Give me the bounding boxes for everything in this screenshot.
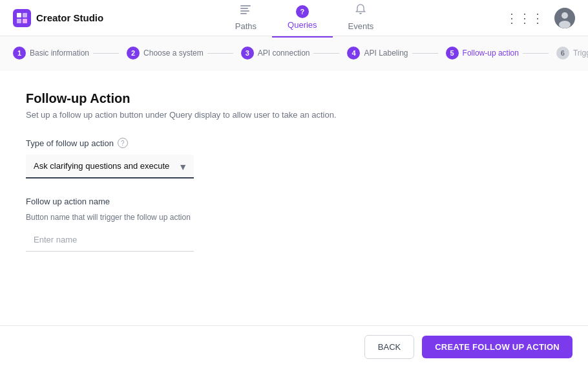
tab-queries-label: Queries bbox=[288, 20, 317, 30]
step-1: 1 Basic information bbox=[13, 47, 89, 60]
grid-icon[interactable]: ⋮⋮⋮ bbox=[505, 10, 544, 26]
logo-area: Creator Studio bbox=[13, 9, 103, 27]
logo-icon bbox=[13, 9, 31, 27]
step-3-label: API connection bbox=[258, 49, 310, 58]
name-field-group: Follow up action name Button name that w… bbox=[26, 197, 562, 252]
header-right: ⋮⋮⋮ bbox=[505, 8, 575, 28]
type-field-label: Type of follow up action ? bbox=[26, 138, 562, 148]
step-3: 3 API connection bbox=[204, 47, 310, 60]
step-4: 4 API Labeling bbox=[310, 47, 408, 60]
tab-paths-label: Paths bbox=[235, 21, 257, 31]
queries-icon: ? bbox=[296, 5, 309, 18]
step-5: 5 Follow-up action bbox=[408, 47, 519, 60]
step-2-label: Choose a system bbox=[143, 49, 204, 58]
step-5-num: 5 bbox=[446, 47, 459, 60]
step-6-num: 6 bbox=[556, 47, 569, 60]
step-2-num: 2 bbox=[127, 47, 140, 60]
type-select-wrapper: Ask clarifying questions and execute sol… bbox=[26, 155, 194, 179]
paths-icon bbox=[239, 3, 252, 19]
footer: BACK CREATE FOLLOW UP ACTION bbox=[0, 325, 588, 368]
step-3-num: 3 bbox=[241, 47, 254, 60]
svg-point-10 bbox=[562, 12, 568, 19]
tab-queries[interactable]: ? Queries bbox=[272, 0, 333, 38]
svg-rect-1 bbox=[17, 13, 21, 17]
tab-events[interactable]: Events bbox=[333, 0, 390, 39]
svg-rect-3 bbox=[17, 19, 21, 23]
type-help-icon[interactable]: ? bbox=[118, 138, 128, 148]
main-content: Follow-up Action Set up a follow up acti… bbox=[0, 70, 588, 285]
step-1-num: 1 bbox=[13, 47, 26, 60]
tab-events-label: Events bbox=[348, 21, 374, 31]
step-6: 6 Triggering and Para bbox=[519, 47, 588, 60]
step-2: 2 Choose a system bbox=[89, 47, 204, 60]
header: Creator Studio Paths ? Queries bbox=[0, 0, 588, 36]
nav-tabs: Paths ? Queries Events bbox=[220, 0, 390, 39]
name-input[interactable] bbox=[26, 228, 194, 252]
back-button[interactable]: BACK bbox=[364, 335, 414, 359]
tab-paths[interactable]: Paths bbox=[220, 0, 272, 39]
name-field-sublabel: Button name that will trigger the follow… bbox=[26, 213, 562, 222]
svg-rect-6 bbox=[240, 8, 248, 9]
step-5-label: Follow-up action bbox=[463, 49, 519, 58]
app-name: Creator Studio bbox=[36, 12, 103, 23]
create-button[interactable]: CREATE FOLLOW UP ACTION bbox=[422, 336, 572, 358]
name-field-label: Follow up action name bbox=[26, 197, 562, 206]
step-4-num: 4 bbox=[347, 47, 360, 60]
step-4-label: API Labeling bbox=[364, 49, 408, 58]
step-1-label: Basic information bbox=[30, 49, 89, 58]
step-6-label: Triggering and Para bbox=[573, 49, 588, 58]
svg-rect-5 bbox=[240, 5, 251, 6]
type-select[interactable]: Ask clarifying questions and execute sol… bbox=[26, 155, 194, 179]
avatar[interactable] bbox=[554, 8, 575, 28]
events-icon bbox=[354, 3, 367, 19]
svg-rect-8 bbox=[240, 13, 247, 14]
svg-rect-4 bbox=[23, 19, 27, 23]
svg-rect-2 bbox=[23, 13, 27, 17]
svg-rect-7 bbox=[240, 10, 249, 12]
steps-bar: 1 Basic information 2 Choose a system 3 … bbox=[0, 36, 588, 70]
svg-rect-0 bbox=[13, 9, 31, 27]
page-description: Set up a follow up action button under Q… bbox=[26, 110, 562, 120]
svg-point-11 bbox=[559, 21, 571, 28]
page-title: Follow-up Action bbox=[26, 91, 562, 106]
